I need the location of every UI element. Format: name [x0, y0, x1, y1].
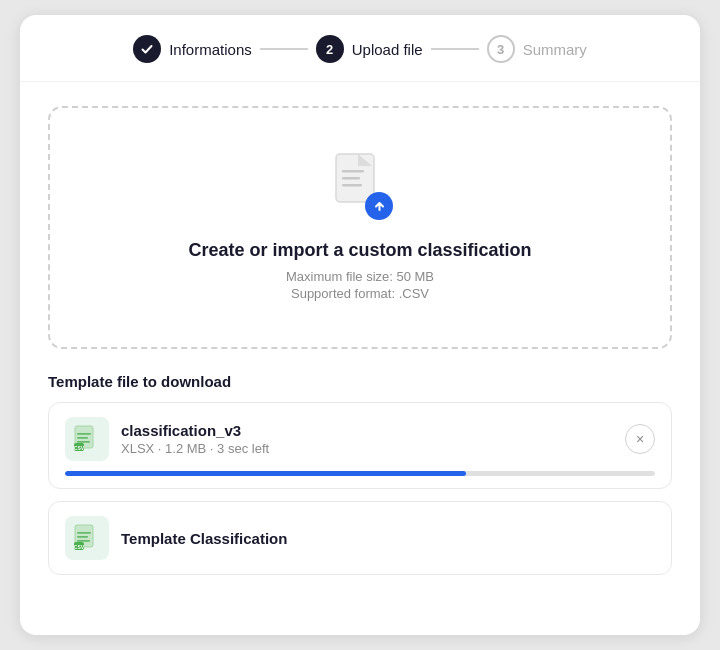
- file-thumb-1: CSV: [65, 417, 109, 461]
- upload-title: Create or import a custom classification: [188, 240, 531, 261]
- step1-circle: [133, 35, 161, 63]
- check-icon: [140, 42, 154, 56]
- connector-2: [431, 48, 479, 50]
- file-card-2: CSV Template Classification: [48, 501, 672, 575]
- file-name-1: classification_v3: [121, 422, 613, 439]
- file-name-2: Template Classification: [121, 530, 655, 547]
- step3-circle: 3: [487, 35, 515, 63]
- svg-rect-3: [342, 184, 362, 187]
- svg-rect-11: [77, 532, 91, 534]
- step2-circle: 2: [316, 35, 344, 63]
- progress-bar-bg-1: [65, 471, 655, 476]
- connector-1: [260, 48, 308, 50]
- file-meta-1: XLSX · 1.2 MB · 3 sec left: [121, 441, 613, 456]
- file-info-2: Template Classification: [121, 530, 655, 547]
- main-card: Informations 2 Upload file 3 Summary: [20, 15, 700, 635]
- content-area: Create or import a custom classification…: [20, 82, 700, 595]
- step3-label: Summary: [523, 41, 587, 58]
- upload-arrow-icon: [365, 192, 393, 220]
- svg-rect-12: [77, 536, 88, 538]
- svg-rect-5: [77, 433, 91, 435]
- step-upload: 2 Upload file: [316, 35, 423, 63]
- upload-zone[interactable]: Create or import a custom classification…: [48, 106, 672, 349]
- file-close-button-1[interactable]: ×: [625, 424, 655, 454]
- svg-rect-13: [77, 540, 90, 542]
- file-info-1: classification_v3 XLSX · 1.2 MB · 3 sec …: [121, 422, 613, 456]
- svg-text:CSV: CSV: [74, 544, 85, 550]
- svg-text:CSV: CSV: [74, 445, 85, 451]
- file-card-1-top: CSV classification_v3 XLSX · 1.2 MB · 3 …: [65, 417, 655, 461]
- arrow-up-icon: [372, 199, 387, 214]
- progress-bar-fill-1: [65, 471, 466, 476]
- file-card-1: CSV classification_v3 XLSX · 1.2 MB · 3 …: [48, 402, 672, 489]
- file-thumb-2: CSV: [65, 516, 109, 560]
- close-icon-1: ×: [636, 431, 644, 447]
- svg-rect-2: [342, 177, 360, 180]
- xlsx-icon-2: CSV: [74, 524, 100, 552]
- template-section-label: Template file to download: [48, 373, 672, 390]
- upload-icon-group: [325, 152, 395, 222]
- stepper: Informations 2 Upload file 3 Summary: [20, 15, 700, 82]
- upload-format: Supported format: .CSV: [291, 286, 429, 301]
- step-informations: Informations: [133, 35, 252, 63]
- svg-rect-7: [77, 441, 90, 443]
- step-summary: 3 Summary: [487, 35, 587, 63]
- step2-label: Upload file: [352, 41, 423, 58]
- step1-label: Informations: [169, 41, 252, 58]
- xlsx-icon: CSV: [74, 425, 100, 453]
- svg-rect-1: [342, 170, 364, 173]
- svg-rect-6: [77, 437, 88, 439]
- upload-max-size: Maximum file size: 50 MB: [286, 269, 434, 284]
